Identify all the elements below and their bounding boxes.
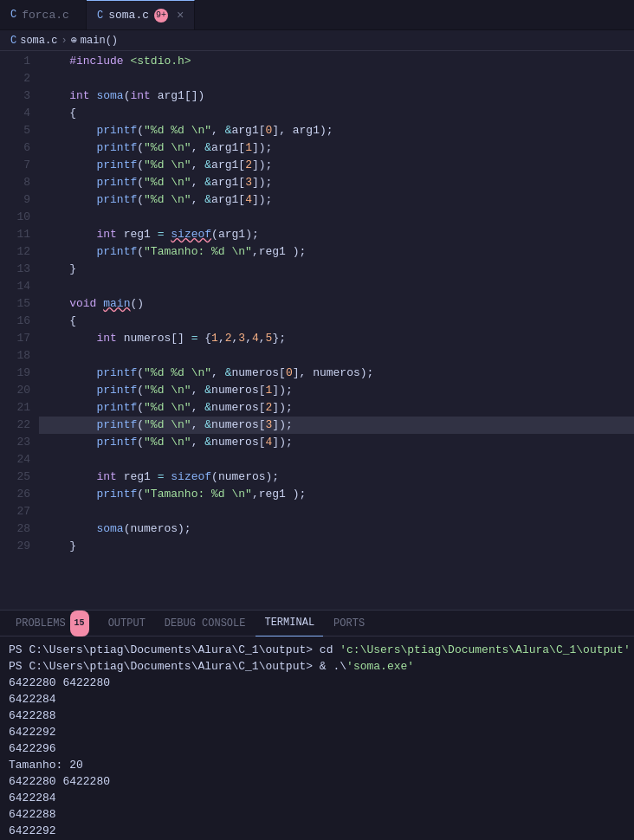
terminal-line-8: Tamanho: 20 (9, 757, 625, 773)
code-line-15: void main() (39, 295, 634, 313)
code-line-10 (39, 209, 634, 226)
terminal-line-3: 6422280 6422280 (9, 675, 625, 691)
panel-tab-terminal-label: TERMINAL (264, 610, 314, 636)
tab-forca-icon: C (10, 9, 16, 21)
breadcrumb-sep: › (61, 35, 67, 47)
tab-soma-badge: 9+ (154, 9, 168, 23)
breadcrumb-file: soma.c (20, 35, 57, 47)
tab-forca-label: forca.c (22, 9, 69, 22)
terminal-line-10: 6422284 (9, 790, 625, 806)
terminal-line-2: PS C:\Users\ptiag\Documents\Alura\C_1\ou… (9, 658, 625, 675)
terminal-line-9: 6422280 6422280 (9, 773, 625, 790)
panel-tab-output-label: OUTPUT (108, 611, 146, 636)
code-line-9: printf("%d \n", &arg1[4]); (39, 191, 634, 209)
code-line-19: printf("%d %d \n", &numeros[0], numeros)… (39, 365, 634, 382)
code-line-23: printf("%d \n", &numeros[4]); (39, 434, 634, 451)
code-area[interactable]: #include <stdio.h> int soma(int arg1[]) … (39, 51, 634, 610)
code-line-12: printf("Tamanho: %d \n",reg1 ); (39, 243, 634, 261)
panel-tab-output[interactable]: OUTPUT (100, 611, 154, 636)
terminal[interactable]: PS C:\Users\ptiag\Documents\Alura\C_1\ou… (0, 636, 634, 840)
code-line-1: #include <stdio.h> (39, 53, 634, 70)
terminal-line-1: PS C:\Users\ptiag\Documents\Alura\C_1\ou… (9, 642, 625, 658)
terminal-line-12: 6422292 (9, 823, 625, 839)
line-numbers: 12345 678910 1112131415 1617181920 21222… (0, 51, 39, 610)
tab-soma-label: soma.c (108, 9, 149, 22)
breadcrumb: C soma.c › ⊕ main() (0, 30, 634, 51)
code-line-8: printf("%d \n", &arg1[3]); (39, 174, 634, 191)
panel-tab-debug[interactable]: DEBUG CONSOLE (156, 611, 255, 636)
code-line-25: int reg1 = sizeof(numeros); (39, 468, 634, 486)
code-line-17: int numeros[] = {1,2,3,4,5}; (39, 330, 634, 347)
panel-problems-badge: 15 (70, 611, 89, 636)
panel-tab-ports-label: PORTS (333, 611, 365, 636)
tab-bar: C forca.c C soma.c 9+ × (0, 0, 634, 30)
code-line-4: { (39, 105, 634, 122)
editor[interactable]: 12345 678910 1112131415 1617181920 21222… (0, 51, 634, 610)
code-line-29: } (39, 538, 634, 555)
tab-forca[interactable]: C forca.c (0, 0, 87, 29)
code-line-22: printf("%d \n", &numeros[3]); (39, 417, 634, 434)
terminal-line-5: 6422288 (9, 708, 625, 724)
tab-soma[interactable]: C soma.c 9+ × (87, 0, 195, 29)
code-line-28: soma(numeros); (39, 520, 634, 538)
breadcrumb-icon: C (10, 35, 16, 47)
code-line-20: printf("%d \n", &numeros[1]); (39, 382, 634, 399)
code-line-3: int soma(int arg1[]) (39, 87, 634, 105)
panel-tab-terminal[interactable]: TERMINAL (256, 611, 323, 636)
panel-tab-problems[interactable]: PROBLEMS 15 (7, 611, 98, 636)
code-line-18 (39, 347, 634, 365)
code-line-7: printf("%d \n", &arg1[2]); (39, 157, 634, 174)
code-line-14 (39, 278, 634, 295)
terminal-line-6: 6422292 (9, 724, 625, 740)
panel-tabs: PROBLEMS 15 OUTPUT DEBUG CONSOLE TERMINA… (0, 611, 634, 636)
code-line-16: { (39, 313, 634, 330)
panel: PROBLEMS 15 OUTPUT DEBUG CONSOLE TERMINA… (0, 610, 634, 840)
terminal-line-4: 6422284 (9, 691, 625, 708)
code-line-6: printf("%d \n", &arg1[1]); (39, 139, 634, 157)
code-line-21: printf("%d \n", &numeros[2]); (39, 399, 634, 417)
panel-tab-debug-label: DEBUG CONSOLE (165, 611, 246, 636)
panel-tab-problems-label: PROBLEMS (16, 611, 66, 636)
code-line-13: } (39, 261, 634, 278)
code-line-26: printf("Tamanho: %d \n",reg1 ); (39, 486, 634, 503)
code-line-2 (39, 70, 634, 87)
code-line-11: int reg1 = sizeof(arg1); (39, 226, 634, 243)
code-line-27 (39, 503, 634, 520)
code-line-24 (39, 451, 634, 468)
breadcrumb-symbol: ⊕ (71, 34, 77, 47)
tab-soma-close[interactable]: × (177, 9, 184, 23)
terminal-line-11: 6422288 (9, 806, 625, 823)
panel-tab-ports[interactable]: PORTS (325, 611, 373, 636)
terminal-line-7: 6422296 (9, 740, 625, 757)
tab-soma-icon: C (97, 10, 103, 22)
breadcrumb-func: main() (81, 35, 118, 47)
code-line-5: printf("%d %d \n", &arg1[0], arg1); (39, 122, 634, 139)
